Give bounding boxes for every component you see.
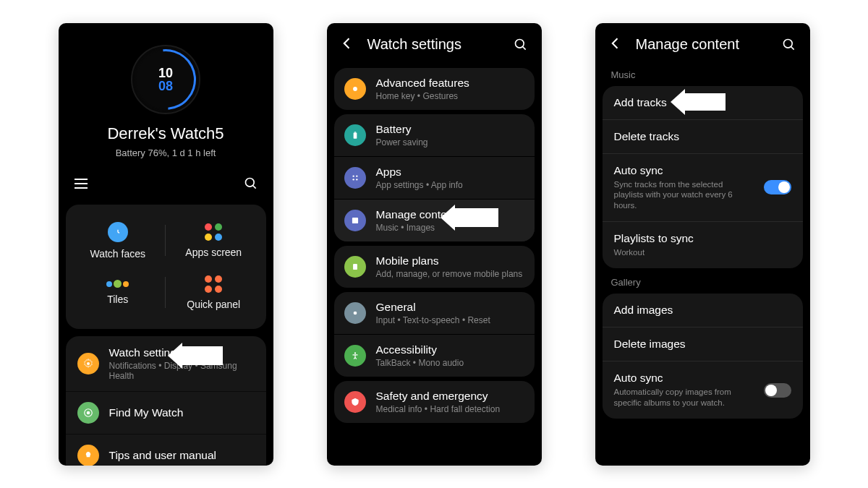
page-title: Watch settings bbox=[367, 36, 500, 53]
search-icon[interactable] bbox=[243, 176, 259, 192]
svg-rect-15 bbox=[352, 217, 357, 223]
item-find-my-watch[interactable]: Find My Watch bbox=[66, 392, 266, 435]
item-add-images[interactable]: Add images bbox=[603, 294, 803, 328]
svg-point-0 bbox=[245, 178, 254, 187]
gear-icon bbox=[344, 302, 366, 324]
svg-point-11 bbox=[352, 175, 354, 176]
menu-icon[interactable] bbox=[73, 176, 89, 192]
toggle-music-autosync[interactable] bbox=[764, 180, 791, 194]
screen-manage-content: Manage content Music Add tracks Delete t… bbox=[595, 23, 810, 466]
item-mobile-plans[interactable]: Mobile plansAdd, manage, or remove mobil… bbox=[334, 246, 535, 288]
item-advanced-features[interactable]: Advanced featuresHome key • Gestures bbox=[334, 68, 535, 110]
svg-rect-9 bbox=[353, 132, 357, 138]
svg-line-20 bbox=[791, 46, 793, 49]
item-music-autosync[interactable]: Auto sync Sync tracks from the selected … bbox=[603, 154, 803, 223]
item-general[interactable]: GeneralInput • Text-to-speech • Reset bbox=[334, 292, 535, 335]
main-settings-list: Watch settings Notifications • Display •… bbox=[66, 336, 266, 466]
section-gallery: Gallery bbox=[595, 271, 810, 291]
svg-line-7 bbox=[522, 46, 525, 49]
svg-point-19 bbox=[783, 39, 792, 48]
apps-icon bbox=[344, 167, 366, 189]
item-playlists-sync[interactable]: Playlists to sync Workout bbox=[603, 222, 803, 268]
tile-quick-panel[interactable]: Quick panel bbox=[166, 267, 262, 319]
svg-point-6 bbox=[515, 39, 524, 48]
svg-point-18 bbox=[354, 352, 355, 354]
watch-face-preview[interactable]: 10 08 bbox=[131, 45, 200, 114]
back-icon[interactable] bbox=[608, 36, 623, 53]
item-manage-content[interactable]: Manage contentMusic • Images bbox=[334, 200, 535, 241]
item-label: Tips and user manual bbox=[109, 449, 216, 462]
tile-apps-screen[interactable]: Apps screen bbox=[166, 215, 262, 267]
svg-point-8 bbox=[353, 87, 357, 91]
accessibility-icon bbox=[344, 345, 366, 367]
clock-icon bbox=[108, 222, 128, 242]
tile-tiles[interactable]: Tiles bbox=[70, 267, 166, 319]
screen-watch-settings: Watch settings Advanced featuresHome key… bbox=[327, 23, 542, 466]
item-gallery-autosync[interactable]: Auto sync Automatically copy images from… bbox=[603, 361, 803, 419]
arrow-callout bbox=[181, 346, 223, 365]
battery-status: Battery 76%, 1 d 1 h left bbox=[116, 147, 216, 158]
screen-watch-home: 10 08 Derrek's Watch5 Battery 76%, 1 d 1… bbox=[59, 23, 273, 466]
item-accessibility[interactable]: AccessibilityTalkBack • Mono audio bbox=[334, 335, 535, 377]
item-safety[interactable]: Safety and emergencyMedical info • Hard … bbox=[334, 381, 535, 423]
device-name: Derrek's Watch5 bbox=[107, 124, 224, 143]
arrow-callout bbox=[684, 93, 726, 111]
search-icon[interactable] bbox=[781, 37, 797, 53]
svg-rect-16 bbox=[353, 263, 357, 269]
item-watch-settings[interactable]: Watch settings Notifications • Display •… bbox=[66, 336, 266, 392]
svg-point-14 bbox=[356, 179, 357, 180]
location-icon bbox=[77, 402, 99, 424]
tile-watch-faces[interactable]: Watch faces bbox=[70, 215, 166, 267]
image-icon bbox=[344, 210, 366, 231]
lightbulb-icon bbox=[77, 445, 99, 466]
arrow-callout bbox=[454, 208, 498, 227]
item-battery[interactable]: BatteryPower saving bbox=[334, 114, 535, 157]
emergency-icon bbox=[344, 391, 366, 413]
svg-line-1 bbox=[252, 185, 255, 188]
back-icon[interactable] bbox=[340, 36, 354, 53]
apps-icon bbox=[205, 223, 222, 241]
item-delete-tracks[interactable]: Delete tracks bbox=[603, 120, 803, 154]
toggle-gallery-autosync[interactable] bbox=[764, 383, 791, 398]
item-label: Find My Watch bbox=[109, 406, 184, 419]
svg-rect-10 bbox=[354, 132, 355, 132]
svg-point-12 bbox=[356, 175, 357, 176]
battery-icon bbox=[344, 124, 366, 146]
tiles-icon bbox=[106, 280, 129, 288]
quick-panel-icon bbox=[205, 275, 222, 293]
star-icon bbox=[344, 78, 366, 100]
page-title: Manage content bbox=[636, 36, 768, 53]
svg-point-4 bbox=[86, 411, 90, 414]
sim-icon bbox=[344, 256, 366, 278]
gear-icon bbox=[77, 353, 99, 374]
item-delete-images[interactable]: Delete images bbox=[603, 328, 803, 361]
svg-point-3 bbox=[87, 362, 90, 365]
svg-point-17 bbox=[353, 311, 357, 314]
section-music: Music bbox=[595, 64, 810, 83]
search-icon[interactable] bbox=[513, 37, 529, 53]
item-add-tracks[interactable]: Add tracks bbox=[603, 86, 803, 120]
svg-point-13 bbox=[352, 179, 354, 180]
quick-grid: Watch faces Apps screen Tiles Quick pane… bbox=[66, 205, 266, 329]
item-tips[interactable]: Tips and user manual bbox=[66, 435, 266, 466]
item-apps[interactable]: AppsApp settings • App info bbox=[334, 157, 535, 200]
